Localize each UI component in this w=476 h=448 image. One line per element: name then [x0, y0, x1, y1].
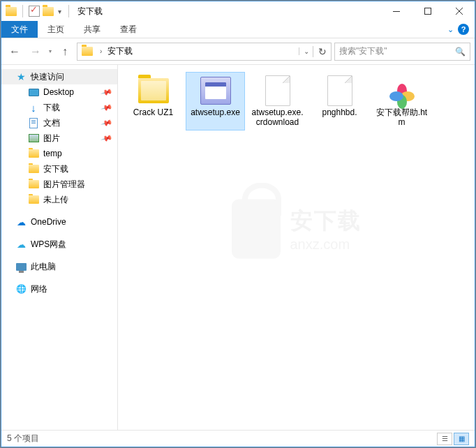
body: ★ 快速访问 Desktop📌 ↓下载📌 文档📌 图片📌 temp 安下载 图片… [1, 65, 475, 430]
tab-view[interactable]: 查看 [110, 21, 147, 38]
desktop-icon [29, 89, 39, 96]
tab-share[interactable]: 共享 [74, 21, 110, 38]
file-item[interactable]: atwsetup.exe [186, 72, 245, 130]
up-button[interactable]: ↑ [56, 43, 74, 61]
folder-icon [82, 47, 93, 56]
new-folder-icon[interactable] [43, 7, 54, 16]
ribbon-expand-icon[interactable]: ⌄ [447, 25, 454, 34]
sidebar-item-label: 此电脑 [31, 261, 56, 273]
tab-file[interactable]: 文件 [1, 21, 38, 38]
search-icon[interactable]: 🔍 [455, 47, 466, 57]
pc-icon [16, 263, 27, 271]
quick-access-toolbar: ▾ [1, 5, 72, 17]
folder-icon [6, 7, 17, 16]
pin-icon: 📌 [101, 86, 114, 98]
star-icon: ★ [15, 71, 27, 82]
breadcrumb-segment[interactable]: 安下载 [105, 45, 135, 57]
sidebar-item-label: OneDrive [31, 217, 66, 227]
lock-icon [232, 200, 281, 259]
titlebar[interactable]: ▾ 安下载 [1, 1, 475, 21]
refresh-button[interactable]: ↻ [313, 46, 331, 57]
file-item[interactable]: 安下载帮助.htm [372, 72, 431, 130]
sidebar-item-label: 图片 [43, 133, 60, 144]
onedrive-icon: ☁ [15, 216, 27, 227]
search-input[interactable]: 搜索"安下载" 🔍 [334, 43, 470, 61]
navigation-pane[interactable]: ★ 快速访问 Desktop📌 ↓下载📌 文档📌 图片📌 temp 安下载 图片… [1, 65, 118, 430]
folder-icon [29, 165, 39, 173]
tab-home[interactable]: 主页 [38, 21, 74, 38]
back-button[interactable]: ← [6, 43, 24, 61]
folder-icon [29, 195, 39, 204]
folder-icon [138, 78, 169, 103]
file-name: atwsetup.exe.crdownload [250, 107, 305, 127]
file-name: 安下载帮助.htm [374, 107, 429, 127]
sidebar-item-notuploaded[interactable]: 未上传 [1, 192, 117, 207]
download-icon: ↓ [28, 102, 39, 113]
qat-dropdown-icon[interactable]: ▾ [57, 8, 63, 15]
file-icon [265, 75, 290, 106]
sidebar-item-pictures[interactable]: 图片📌 [1, 130, 117, 146]
maximize-button[interactable] [412, 1, 443, 21]
sidebar-item-anxz[interactable]: 安下载 [1, 161, 117, 177]
sidebar-onedrive[interactable]: ☁OneDrive [1, 214, 117, 230]
search-placeholder: 搜索"安下载" [339, 45, 387, 57]
folder-icon [29, 180, 39, 188]
sidebar-item-documents[interactable]: 文档📌 [1, 115, 117, 130]
address-bar[interactable]: › 安下载 ⌄ ↻ [77, 43, 332, 61]
svg-rect-0 [393, 11, 400, 12]
file-name: pnghhbd. [322, 107, 357, 117]
file-icon [327, 75, 352, 106]
help-icon[interactable]: ? [458, 24, 469, 35]
sidebar-item-temp[interactable]: temp [1, 146, 117, 161]
file-name: Crack UZ1 [133, 107, 173, 117]
separator [22, 5, 23, 17]
forward-button[interactable]: → [27, 43, 45, 61]
address-dropdown-icon[interactable]: ⌄ [299, 47, 313, 55]
navigation-bar: ← → ▾ ↑ › 安下载 ⌄ ↻ 搜索"安下载" 🔍 [1, 38, 475, 65]
network-icon: 🌐 [15, 283, 27, 294]
status-item-count: 5 个项目 [7, 433, 39, 445]
close-button[interactable] [443, 1, 475, 21]
history-dropdown-icon[interactable]: ▾ [47, 48, 53, 54]
pictures-icon [29, 134, 39, 142]
sidebar-item-label: 安下载 [43, 163, 68, 175]
explorer-window: ▾ 安下载 文件 主页 共享 查看 ⌄ ? ← → ▾ ↑ [1, 1, 475, 447]
file-item[interactable]: Crack UZ1 [124, 72, 183, 130]
document-icon [29, 118, 38, 128]
separator [68, 5, 69, 17]
sidebar-item-label: 文档 [43, 117, 60, 129]
sidebar-item-label: 网络 [31, 283, 47, 295]
minimize-button[interactable] [380, 1, 412, 21]
sidebar-network[interactable]: 🌐网络 [1, 281, 117, 297]
properties-icon[interactable] [29, 6, 40, 17]
sidebar-item-label: Desktop [43, 87, 74, 97]
sidebar-item-label: 快速访问 [31, 71, 64, 83]
sidebar-wps[interactable]: ☁WPS网盘 [1, 237, 117, 252]
sidebar-item-label: 未上传 [43, 194, 68, 206]
sidebar-item-label: 下载 [43, 102, 60, 114]
view-details-button[interactable]: ☰ [437, 433, 452, 445]
pin-icon: 📌 [101, 132, 114, 144]
folder-icon [29, 149, 39, 158]
wps-icon: ☁ [15, 239, 27, 250]
ribbon-tabs: 文件 主页 共享 查看 ⌄ ? [1, 21, 475, 38]
file-item[interactable]: pnghhbd. [310, 72, 369, 130]
sidebar-item-label: temp [43, 149, 62, 158]
sidebar-item-picmanager[interactable]: 图片管理器 [1, 177, 117, 192]
sidebar-item-label: WPS网盘 [31, 239, 66, 251]
sidebar-item-downloads[interactable]: ↓下载📌 [1, 100, 117, 115]
sidebar-thispc[interactable]: 此电脑 [1, 259, 117, 274]
file-item[interactable]: atwsetup.exe.crdownload [248, 72, 307, 130]
view-large-icons-button[interactable]: ▦ [454, 433, 469, 445]
file-name: atwsetup.exe [191, 107, 240, 117]
pin-icon: 📌 [101, 101, 114, 114]
pin-icon: 📌 [101, 117, 114, 129]
svg-rect-1 [424, 8, 431, 15]
chevron-right-icon[interactable]: › [97, 47, 105, 55]
status-bar: 5 个项目 ☰ ▦ [1, 430, 475, 447]
file-list-pane[interactable]: 安下载 anxz.com Crack UZ1atwsetup.exeatwset… [118, 65, 475, 430]
sidebar-item-desktop[interactable]: Desktop📌 [1, 84, 117, 100]
sidebar-item-label: 图片管理器 [43, 179, 85, 191]
application-icon [200, 77, 231, 105]
sidebar-quick-access[interactable]: ★ 快速访问 [1, 69, 117, 84]
